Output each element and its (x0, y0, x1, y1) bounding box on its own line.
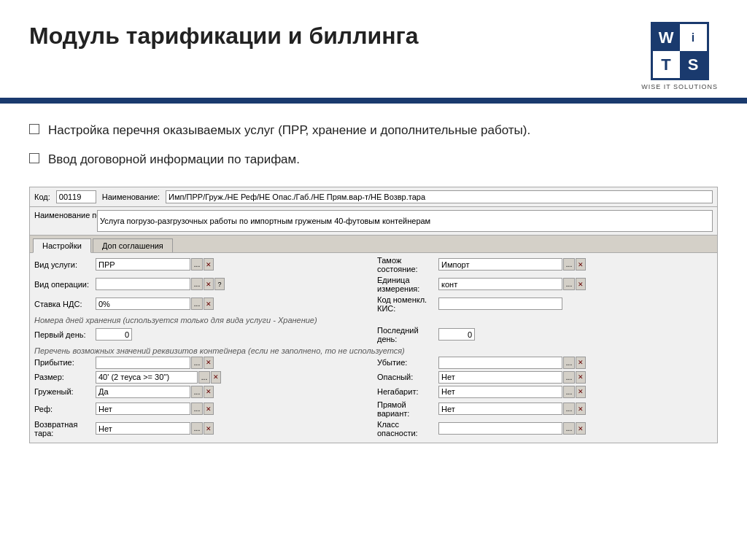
danger-class-btn-x[interactable]: ✕ (576, 422, 586, 435)
size-input-group: ... ✕ (96, 371, 221, 384)
direct-btn-ellipsis[interactable]: ... (563, 402, 575, 415)
nds-input-group: ... ✕ (96, 298, 214, 310)
direct-label: Прямой вариант: (377, 400, 436, 418)
size-label: Размер: (34, 373, 93, 381)
vid-op-label: Вид операции: (34, 280, 93, 289)
oversized-label: Негабарит: (377, 387, 436, 396)
form-row-arrival: Прибытие: ... ✕ Убытие: ... ✕ (34, 357, 713, 369)
vid-service-btn-x[interactable]: ✕ (204, 258, 214, 271)
logo: W i T S WISE IT SOLUTIONS (641, 22, 718, 90)
size-btn-ellipsis[interactable]: ... (198, 371, 210, 384)
logo-s: S (680, 51, 707, 78)
danger-class-label: Класс опасности: (377, 420, 436, 438)
kod-nom-input[interactable] (438, 298, 562, 310)
form-body: Вид услуги: ... ✕ Тамож состояние: ... ✕ (30, 253, 717, 443)
form-row-loaded: Груженый: ... ✕ Негабарит: ... ✕ (34, 386, 713, 398)
tamoj-btn-ellipsis[interactable]: ... (563, 258, 575, 271)
form-row-vid-op: Вид операции: ... ✕ ? Единица измерения:… (34, 276, 713, 293)
form-row-vid-service: Вид услуги: ... ✕ Тамож состояние: ... ✕ (34, 256, 713, 273)
logo-w: W (653, 24, 680, 51)
naim-input[interactable] (166, 190, 713, 203)
arrival-btn-ellipsis[interactable]: ... (191, 357, 203, 369)
ref-btn-x[interactable]: ✕ (204, 402, 214, 415)
departure-btn-ellipsis[interactable]: ... (563, 357, 575, 369)
list-item: Настройка перечня оказываемых услуг (ПРР… (29, 122, 718, 139)
ref-btn-ellipsis[interactable]: ... (191, 402, 203, 415)
vid-service-input[interactable] (96, 258, 190, 271)
vid-service-btn-ellipsis[interactable]: ... (191, 258, 203, 271)
ref-input[interactable] (96, 402, 190, 415)
danger-label: Опасный: (377, 373, 436, 381)
nds-btn-ellipsis[interactable]: ... (191, 298, 203, 310)
tamoj-btn-x[interactable]: ✕ (576, 258, 586, 271)
page-header: Модуль тарификации и биллинга W i T S WI… (0, 0, 747, 98)
list-item: Ввод договорной информации по тарифам. (29, 151, 718, 168)
kod-label: Код: (34, 192, 50, 201)
vid-op-btn-ellipsis[interactable]: ... (191, 278, 203, 290)
direct-input[interactable] (438, 402, 562, 415)
direct-btn-x[interactable]: ✕ (576, 402, 586, 415)
vid-op-input[interactable] (96, 278, 190, 290)
tamoj-input[interactable] (438, 258, 562, 271)
return-input-group: ... ✕ (96, 422, 214, 435)
loaded-btn-ellipsis[interactable]: ... (191, 386, 203, 398)
nds-btn-x[interactable]: ✕ (204, 298, 214, 310)
danger-btn-x[interactable]: ✕ (576, 371, 586, 384)
ed-izm-label: Единица измерения: (377, 276, 436, 293)
logo-box: W i T S (651, 22, 709, 80)
logo-i: i (680, 24, 707, 51)
return-btn-x[interactable]: ✕ (204, 422, 214, 435)
first-day-input[interactable] (96, 328, 132, 341)
storage-section-label: Номера дней хранения (используется тольк… (34, 316, 713, 324)
form-top-row: Код: Наименование: (30, 187, 717, 207)
arrival-input[interactable] (96, 357, 190, 369)
danger-class-btn-ellipsis[interactable]: ... (563, 422, 575, 435)
first-day-label: Первый день: (34, 330, 93, 339)
nds-input[interactable] (96, 298, 190, 310)
danger-btn-ellipsis[interactable]: ... (563, 371, 575, 384)
direct-input-group: ... ✕ (438, 402, 586, 415)
size-btn-x[interactable]: ✕ (211, 371, 221, 384)
vid-op-btn-x[interactable]: ✕ (204, 278, 214, 290)
size-input[interactable] (96, 371, 198, 384)
logo-text: WISE IT SOLUTIONS (641, 83, 718, 90)
ed-izm-input[interactable] (438, 278, 562, 290)
departure-btn-x[interactable]: ✕ (576, 357, 586, 369)
arrival-label: Прибытие: (34, 358, 93, 367)
col-size: Размер: ... ✕ (34, 371, 370, 384)
tab-dop[interactable]: Доп соглашения (93, 238, 173, 252)
danger-class-input[interactable] (438, 422, 562, 435)
oversized-btn-ellipsis[interactable]: ... (563, 386, 575, 398)
loaded-btn-x[interactable]: ✕ (204, 386, 214, 398)
form-row-nds: Ставка НДС: ... ✕ Код номенкл. КИС: (34, 295, 713, 313)
kod-input[interactable] (56, 190, 96, 203)
return-btn-ellipsis[interactable]: ... (191, 422, 203, 435)
bullet-text-2: Ввод договорной информации по тарифам. (48, 151, 300, 168)
logo-t: T (653, 51, 680, 78)
tab-nastroyki[interactable]: Настройки (33, 238, 91, 253)
container-section-label: Перечень возможных значений реквизитов к… (34, 346, 713, 355)
danger-input[interactable] (438, 371, 562, 384)
fullname-row: Наименование полное (для печатных форм): (30, 207, 717, 236)
oversized-input[interactable] (438, 386, 562, 398)
last-day-input[interactable] (438, 328, 475, 341)
return-input[interactable] (96, 422, 190, 435)
arrival-input-group: ... ✕ (96, 357, 214, 369)
col-arrival: Прибытие: ... ✕ (34, 357, 370, 369)
bullets-section: Настройка перечня оказываемых услуг (ПРР… (0, 122, 747, 168)
oversized-btn-x[interactable]: ✕ (576, 386, 586, 398)
ed-izm-btn-ellipsis[interactable]: ... (563, 278, 575, 290)
arrival-btn-x[interactable]: ✕ (204, 357, 214, 369)
col-return: Возвратная тара: ... ✕ (34, 420, 370, 438)
fullname-label: Наименование полное (для печатных форм): (34, 210, 93, 220)
fullname-input[interactable] (97, 210, 713, 232)
loaded-input[interactable] (96, 386, 190, 398)
col-last-day: Последний день: (377, 326, 713, 343)
departure-input[interactable] (438, 357, 562, 369)
ed-izm-btn-x[interactable]: ✕ (576, 278, 586, 290)
ref-input-group: ... ✕ (96, 402, 214, 415)
vid-op-btn-q[interactable]: ? (214, 278, 225, 290)
form-panel-wrapper: Код: Наименование: Наименование полное (… (0, 187, 747, 443)
divider-bar (0, 98, 747, 104)
form-panel: Код: Наименование: Наименование полное (… (29, 187, 718, 443)
